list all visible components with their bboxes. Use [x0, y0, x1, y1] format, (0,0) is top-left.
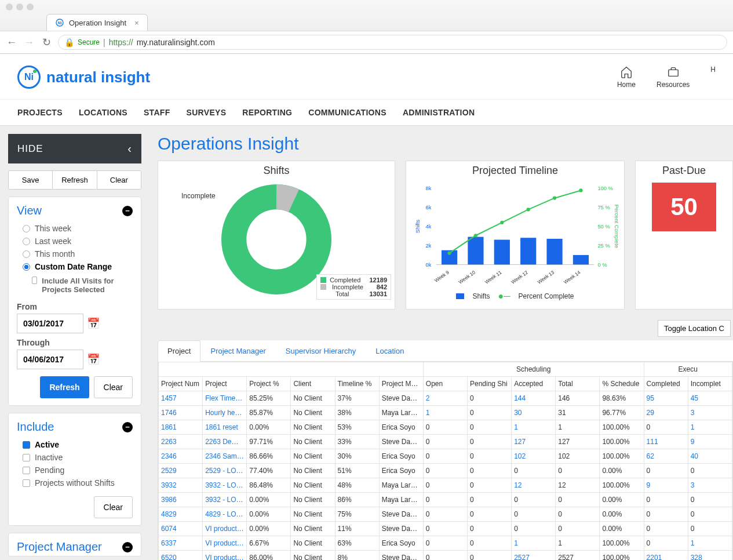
- data-tab[interactable]: Project Manager: [200, 340, 275, 361]
- nav-item[interactable]: REPORTING: [242, 100, 292, 125]
- reload-icon[interactable]: ↻: [41, 36, 52, 49]
- view-panel: View − This week Last week This month Cu…: [8, 197, 141, 406]
- view-option[interactable]: This month: [17, 248, 133, 260]
- brand-logo[interactable]: Ni natural insight: [17, 66, 150, 89]
- column-header[interactable]: Client: [291, 377, 335, 391]
- svg-point-23: [474, 234, 477, 237]
- refresh-button[interactable]: Refresh: [53, 171, 97, 189]
- checkbox-icon: [23, 467, 30, 474]
- collapse-icon[interactable]: −: [122, 206, 133, 216]
- include-option[interactable]: Pending: [17, 464, 133, 477]
- column-header[interactable]: Project Manager: [379, 377, 423, 391]
- table-row[interactable]: 18611861 reset0.00%No Client 53%Erica So…: [159, 420, 732, 435]
- radio-icon: [23, 263, 30, 271]
- column-header[interactable]: Timeline %: [335, 377, 379, 391]
- column-header[interactable]: Open: [423, 377, 467, 391]
- calendar-icon[interactable]: 📅: [87, 353, 100, 366]
- table-row[interactable]: 6074VI product lauch - NO0.00%No Client …: [159, 522, 732, 536]
- column-header[interactable]: Completed: [644, 377, 688, 391]
- include-clear-button[interactable]: Clear: [94, 496, 133, 518]
- browser-tab[interactable]: Ni Operation Insight ×: [46, 14, 148, 31]
- nav-home[interactable]: Home: [617, 66, 636, 89]
- table-row[interactable]: 6337VI product lauch - SO6.67%No Client …: [159, 536, 732, 551]
- include-option[interactable]: Inactive: [17, 451, 133, 464]
- column-header[interactable]: Project Num: [159, 377, 203, 391]
- radio-icon: [23, 250, 30, 258]
- nav-more[interactable]: H: [710, 66, 716, 89]
- column-header[interactable]: Pending Shi: [467, 377, 511, 391]
- data-tab[interactable]: Project: [158, 340, 200, 362]
- column-header[interactable]: Project %: [247, 377, 291, 391]
- view-clear-button[interactable]: Clear: [94, 376, 133, 398]
- briefcase-icon: [667, 66, 680, 78]
- nav-item[interactable]: PROJECTS: [17, 100, 63, 125]
- from-date-input[interactable]: [17, 314, 83, 333]
- nav-item[interactable]: COMMUNICATIONS: [308, 100, 386, 125]
- save-button[interactable]: Save: [9, 171, 53, 189]
- checkbox-icon: [23, 441, 30, 449]
- table-row[interactable]: 6520VI product lauch - MA86.00%No Client…: [159, 551, 732, 561]
- checkbox-icon[interactable]: [32, 277, 37, 284]
- project-manager-panel: Project Manager −: [8, 533, 141, 557]
- table-row[interactable]: 23462346 Samples86.66%No Client 30%Erica…: [159, 449, 732, 464]
- svg-text:Week 9: Week 9: [433, 269, 450, 283]
- checkbox-icon: [23, 454, 30, 461]
- view-option[interactable]: Custom Date Range: [17, 260, 133, 273]
- table-row[interactable]: 39863932 - LO Demo WEST0.00%No Client 86…: [159, 493, 732, 507]
- nav-item[interactable]: STAFF: [144, 100, 170, 125]
- column-header[interactable]: % Schedule: [600, 377, 644, 391]
- nav-item[interactable]: LOCATIONS: [79, 100, 127, 125]
- toggle-location-button[interactable]: Toggle Location C: [658, 320, 731, 337]
- calendar-icon[interactable]: 📅: [87, 317, 100, 330]
- checkbox-icon: [23, 479, 30, 487]
- svg-text:50 %: 50 %: [597, 223, 610, 230]
- collapse-icon[interactable]: −: [122, 542, 133, 552]
- url-input[interactable]: 🔒 Secure | https://my.naturalinsight.com: [58, 35, 727, 50]
- clear-button[interactable]: Clear: [97, 171, 141, 189]
- table-row[interactable]: 25292529 - LO Demo EAST77.40%No Client 5…: [159, 464, 732, 478]
- include-option[interactable]: Active: [17, 438, 133, 451]
- back-icon[interactable]: ←: [6, 37, 17, 49]
- favicon-icon: Ni: [55, 18, 64, 27]
- nav-item[interactable]: SURVEYS: [187, 100, 227, 125]
- include-option[interactable]: Projects without Shifts: [17, 477, 133, 489]
- pastdue-card: Past-Due 50: [635, 161, 733, 310]
- forward-icon[interactable]: →: [23, 37, 35, 49]
- svg-text:Week 12: Week 12: [510, 269, 529, 285]
- through-date-input[interactable]: [17, 350, 83, 369]
- view-refresh-button[interactable]: Refresh: [40, 376, 89, 398]
- data-tab[interactable]: Supervisor Hierarchy: [276, 340, 366, 361]
- view-option[interactable]: Last week: [17, 235, 133, 248]
- table-row[interactable]: 39323932 - LO Demo WEST86.48%No Client 4…: [159, 478, 732, 493]
- logo-icon: Ni: [17, 66, 41, 89]
- svg-rect-18: [494, 240, 510, 265]
- table-row[interactable]: 1457Flex Timekeeping project85.25%No Cli…: [159, 391, 732, 406]
- table-row[interactable]: 48294829 - LO Demo Canada0.00%No Client …: [159, 507, 732, 522]
- svg-rect-21: [573, 255, 589, 264]
- traffic-light-icon[interactable]: [6, 3, 13, 10]
- lock-icon: 🔒: [64, 38, 74, 47]
- svg-point-27: [579, 188, 582, 192]
- column-header[interactable]: Accepted: [512, 377, 556, 391]
- nav-item[interactable]: ADMINISTRATION: [403, 100, 475, 125]
- svg-text:Week 14: Week 14: [563, 269, 582, 285]
- column-header[interactable]: Total: [556, 377, 600, 391]
- table-row[interactable]: 1746Hourly head office85.87%No Client 38…: [159, 406, 732, 420]
- column-header[interactable]: Incomplet: [688, 377, 732, 391]
- svg-rect-19: [520, 238, 536, 264]
- svg-point-25: [527, 208, 530, 211]
- hide-sidebar-button[interactable]: HIDE ‹: [8, 134, 141, 163]
- close-icon[interactable]: ×: [134, 19, 139, 27]
- nav-resources[interactable]: Resources: [657, 66, 690, 89]
- table-row[interactable]: 22632263 Demo project97.71%No Client 33%…: [159, 435, 732, 449]
- svg-text:4k: 4k: [426, 223, 432, 230]
- collapse-icon[interactable]: −: [122, 422, 133, 432]
- traffic-light-icon[interactable]: [27, 3, 34, 10]
- traffic-light-icon[interactable]: [16, 3, 23, 10]
- window-controls: [0, 0, 733, 14]
- data-tab[interactable]: Location: [366, 340, 414, 361]
- column-header[interactable]: Project: [203, 377, 247, 391]
- svg-text:25 %: 25 %: [597, 242, 610, 249]
- view-option[interactable]: This week: [17, 222, 133, 235]
- panel-title: Project Manager: [17, 540, 102, 554]
